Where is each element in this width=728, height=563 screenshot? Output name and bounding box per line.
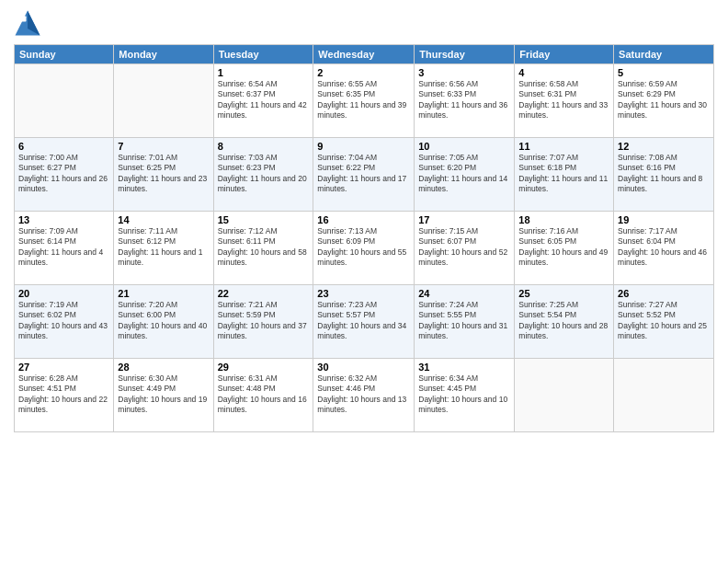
day-info: Sunrise: 6:58 AMSunset: 6:31 PMDaylight:… [518, 79, 609, 121]
day-info: Sunrise: 7:01 AMSunset: 6:25 PMDaylight:… [118, 153, 209, 195]
calendar-cell: 2Sunrise: 6:55 AMSunset: 6:35 PMDaylight… [313, 64, 415, 138]
calendar-cell: 26Sunrise: 7:27 AMSunset: 5:52 PMDayligh… [614, 285, 714, 359]
day-number: 13 [18, 214, 109, 225]
day-number: 28 [118, 362, 209, 373]
day-info: Sunrise: 7:21 AMSunset: 5:59 PMDaylight:… [218, 300, 310, 342]
day-number: 3 [418, 67, 510, 78]
day-number: 12 [618, 141, 710, 152]
day-info: Sunrise: 6:34 AMSunset: 4:45 PMDaylight:… [418, 373, 510, 416]
day-number: 6 [18, 141, 109, 152]
calendar-cell: 25Sunrise: 7:25 AMSunset: 5:54 PMDayligh… [515, 285, 614, 359]
day-number: 15 [218, 214, 310, 225]
calendar-cell: 3Sunrise: 6:56 AMSunset: 6:33 PMDaylight… [415, 64, 515, 138]
day-number: 17 [418, 214, 510, 225]
page: Sunday Monday Tuesday Wednesday Thursday… [0, 0, 728, 563]
calendar-cell: 1Sunrise: 6:54 AMSunset: 6:37 PMDaylight… [213, 64, 313, 138]
logo [14, 9, 45, 37]
col-tuesday: Tuesday [213, 45, 313, 64]
calendar-cell: 28Sunrise: 6:30 AMSunset: 4:49 PMDayligh… [114, 359, 213, 432]
day-number: 22 [218, 288, 310, 299]
day-info: Sunrise: 7:12 AMSunset: 6:11 PMDaylight:… [218, 226, 310, 269]
day-number: 25 [518, 288, 609, 299]
day-info: Sunrise: 7:24 AMSunset: 5:55 PMDaylight:… [418, 300, 510, 342]
calendar-cell: 15Sunrise: 7:12 AMSunset: 6:11 PMDayligh… [213, 212, 313, 285]
col-monday: Monday [114, 45, 213, 64]
day-number: 11 [518, 141, 609, 152]
calendar-cell: 18Sunrise: 7:16 AMSunset: 6:05 PMDayligh… [515, 212, 614, 285]
calendar-cell: 23Sunrise: 7:23 AMSunset: 5:57 PMDayligh… [313, 285, 415, 359]
calendar-cell [114, 64, 213, 138]
calendar-cell: 24Sunrise: 7:24 AMSunset: 5:55 PMDayligh… [415, 285, 515, 359]
day-number: 20 [18, 288, 109, 299]
day-number: 7 [118, 141, 209, 152]
day-info: Sunrise: 6:32 AMSunset: 4:46 PMDaylight:… [317, 373, 410, 416]
calendar-cell: 22Sunrise: 7:21 AMSunset: 5:59 PMDayligh… [213, 285, 313, 359]
day-info: Sunrise: 7:19 AMSunset: 6:02 PMDaylight:… [18, 300, 109, 342]
calendar-header-row: Sunday Monday Tuesday Wednesday Thursday… [15, 45, 714, 64]
day-info: Sunrise: 6:30 AMSunset: 4:49 PMDaylight:… [118, 373, 209, 416]
calendar-cell: 31Sunrise: 6:34 AMSunset: 4:45 PMDayligh… [415, 359, 515, 432]
day-info: Sunrise: 7:16 AMSunset: 6:05 PMDaylight:… [518, 226, 609, 269]
calendar-cell: 9Sunrise: 7:04 AMSunset: 6:22 PMDaylight… [313, 138, 415, 212]
day-info: Sunrise: 7:15 AMSunset: 6:07 PMDaylight:… [418, 226, 510, 269]
day-number: 26 [618, 288, 710, 299]
day-info: Sunrise: 7:03 AMSunset: 6:23 PMDaylight:… [218, 153, 310, 195]
calendar-cell: 7Sunrise: 7:01 AMSunset: 6:25 PMDaylight… [114, 138, 213, 212]
calendar-week-row: 20Sunrise: 7:19 AMSunset: 6:02 PMDayligh… [15, 285, 714, 359]
col-friday: Friday [515, 45, 614, 64]
day-info: Sunrise: 7:05 AMSunset: 6:20 PMDaylight:… [418, 153, 510, 195]
calendar-cell: 27Sunrise: 6:28 AMSunset: 4:51 PMDayligh… [15, 359, 114, 432]
col-sunday: Sunday [15, 45, 114, 64]
calendar-week-row: 13Sunrise: 7:09 AMSunset: 6:14 PMDayligh… [15, 212, 714, 285]
day-info: Sunrise: 6:59 AMSunset: 6:29 PMDaylight:… [618, 79, 710, 121]
day-number: 31 [418, 362, 510, 373]
calendar-week-row: 27Sunrise: 6:28 AMSunset: 4:51 PMDayligh… [15, 359, 714, 432]
col-thursday: Thursday [415, 45, 515, 64]
calendar-cell: 4Sunrise: 6:58 AMSunset: 6:31 PMDaylight… [515, 64, 614, 138]
day-number: 30 [317, 362, 410, 373]
day-number: 24 [418, 288, 510, 299]
day-number: 18 [518, 214, 609, 225]
day-number: 9 [317, 141, 410, 152]
calendar-cell: 6Sunrise: 7:00 AMSunset: 6:27 PMDaylight… [15, 138, 114, 212]
day-number: 1 [218, 67, 310, 78]
day-info: Sunrise: 7:04 AMSunset: 6:22 PMDaylight:… [317, 153, 410, 195]
calendar-cell: 16Sunrise: 7:13 AMSunset: 6:09 PMDayligh… [313, 212, 415, 285]
day-number: 27 [18, 362, 109, 373]
calendar: Sunday Monday Tuesday Wednesday Thursday… [14, 44, 714, 432]
calendar-cell: 29Sunrise: 6:31 AMSunset: 4:48 PMDayligh… [213, 359, 313, 432]
day-info: Sunrise: 6:56 AMSunset: 6:33 PMDaylight:… [418, 79, 510, 121]
day-number: 8 [218, 141, 310, 152]
day-number: 5 [618, 67, 710, 78]
day-info: Sunrise: 6:55 AMSunset: 6:35 PMDaylight:… [317, 79, 410, 121]
calendar-week-row: 1Sunrise: 6:54 AMSunset: 6:37 PMDaylight… [15, 64, 714, 138]
day-number: 19 [618, 214, 710, 225]
col-wednesday: Wednesday [313, 45, 415, 64]
col-saturday: Saturday [614, 45, 714, 64]
calendar-cell: 20Sunrise: 7:19 AMSunset: 6:02 PMDayligh… [15, 285, 114, 359]
day-number: 23 [317, 288, 410, 299]
calendar-cell [515, 359, 614, 432]
day-info: Sunrise: 7:09 AMSunset: 6:14 PMDaylight:… [18, 226, 109, 269]
day-info: Sunrise: 7:13 AMSunset: 6:09 PMDaylight:… [317, 226, 410, 269]
day-info: Sunrise: 7:07 AMSunset: 6:18 PMDaylight:… [518, 153, 609, 195]
calendar-cell: 17Sunrise: 7:15 AMSunset: 6:07 PMDayligh… [415, 212, 515, 285]
day-info: Sunrise: 6:28 AMSunset: 4:51 PMDaylight:… [18, 373, 109, 416]
day-info: Sunrise: 7:25 AMSunset: 5:54 PMDaylight:… [518, 300, 609, 342]
day-number: 21 [118, 288, 209, 299]
calendar-week-row: 6Sunrise: 7:00 AMSunset: 6:27 PMDaylight… [15, 138, 714, 212]
calendar-cell [15, 64, 114, 138]
day-info: Sunrise: 7:08 AMSunset: 6:16 PMDaylight:… [618, 153, 710, 195]
day-info: Sunrise: 7:00 AMSunset: 6:27 PMDaylight:… [18, 153, 109, 195]
calendar-cell: 19Sunrise: 7:17 AMSunset: 6:04 PMDayligh… [614, 212, 714, 285]
calendar-cell: 21Sunrise: 7:20 AMSunset: 6:00 PMDayligh… [114, 285, 213, 359]
day-info: Sunrise: 7:11 AMSunset: 6:12 PMDaylight:… [118, 226, 209, 269]
day-info: Sunrise: 7:23 AMSunset: 5:57 PMDaylight:… [317, 300, 410, 342]
day-number: 14 [118, 214, 209, 225]
header [14, 9, 714, 37]
day-info: Sunrise: 6:31 AMSunset: 4:48 PMDaylight:… [218, 373, 310, 416]
logo-icon [14, 9, 41, 37]
calendar-cell: 10Sunrise: 7:05 AMSunset: 6:20 PMDayligh… [415, 138, 515, 212]
calendar-cell: 12Sunrise: 7:08 AMSunset: 6:16 PMDayligh… [614, 138, 714, 212]
day-number: 16 [317, 214, 410, 225]
